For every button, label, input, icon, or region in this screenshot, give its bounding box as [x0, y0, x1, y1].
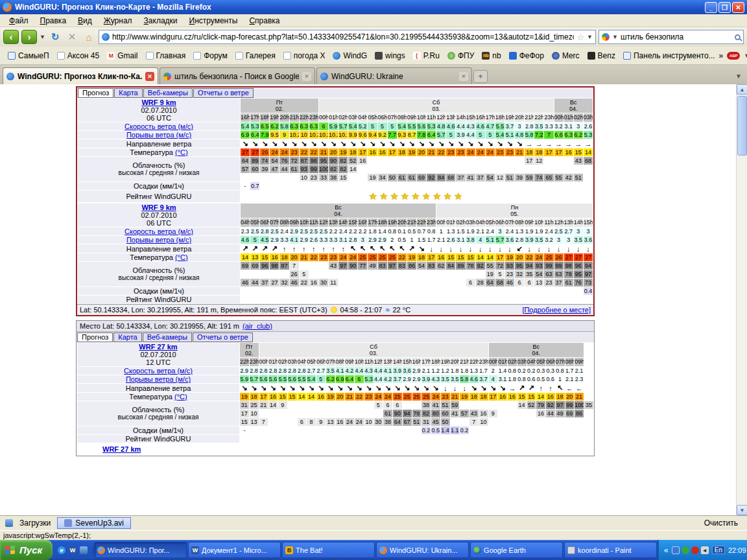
menu-item-Справка[interactable]: Справка — [244, 15, 285, 27]
download-file-name[interactable]: SevenUp3.avi — [75, 519, 124, 528]
browser-tab[interactable]: WindGURU: Ukraine✕ — [316, 67, 472, 84]
bookmark-item[interactable]: ФПУ — [444, 49, 478, 62]
language-indicator[interactable]: En — [712, 546, 725, 554]
tray-expand-icon[interactable]: « — [664, 546, 669, 555]
search-bar[interactable]: ▼ штиль бензопила — [599, 30, 744, 44]
site-tab-Карта[interactable]: Карта — [113, 332, 141, 342]
search-engine-dropdown-icon[interactable]: ▼ — [612, 34, 618, 40]
temperature-unit-link[interactable]: (°C) — [174, 393, 187, 401]
bookmarks-dropdown-icon[interactable]: ▼ — [744, 52, 747, 59]
bookmark-item[interactable]: Форум — [189, 49, 231, 62]
browser-tab[interactable]: WindGURU: Прогноз Клик-по-Ка...✕ — [3, 67, 158, 84]
wind-gusts-link[interactable]: Порывы ветра (м/с) — [126, 375, 191, 383]
clear-downloads-button[interactable]: Очистить — [700, 518, 742, 528]
value-cell — [368, 270, 377, 278]
taskbar-button[interactable]: WindGURU: Ukrain... — [376, 542, 469, 558]
model-link[interactable]: WRF 9 km — [141, 204, 176, 211]
taskbar-button[interactable]: BThe Bat! — [282, 542, 375, 558]
wind-gusts-link[interactable]: Порывы ветра (м/с) — [126, 131, 191, 139]
bookmark-item[interactable]: WindG — [329, 49, 371, 62]
taskbar-button[interactable]: Google Earth — [470, 542, 563, 558]
bookmark-item[interactable]: Benz — [584, 49, 619, 62]
bookmarks-overflow-chevron[interactable]: » — [719, 51, 724, 60]
home-button[interactable]: ⌂ — [82, 30, 96, 44]
model-link[interactable]: WRF 27 km — [139, 343, 177, 351]
bookmark-item[interactable]: ФеФор — [505, 49, 548, 62]
wind-gusts-link[interactable]: Порывы ветра (м/с) — [126, 236, 191, 244]
wind-speed-link[interactable]: Скорость ветра (м/с) — [124, 228, 193, 235]
url-dropdown-icon[interactable]: ▼ — [587, 34, 593, 40]
desktop-icon[interactable] — [80, 546, 88, 554]
site-tab-Отчеты о ветре[interactable]: Отчеты о ветре — [193, 332, 253, 342]
close-button[interactable]: ✕ — [732, 2, 744, 13]
value-cell — [451, 418, 460, 426]
tab-close-icon[interactable]: ✕ — [302, 72, 311, 81]
site-tab-Прогноз[interactable]: Прогноз — [77, 332, 113, 342]
wrf27-model-link[interactable]: WRF 27 km — [102, 445, 141, 453]
bookmark-item[interactable]: Галерея — [231, 49, 279, 62]
bookmark-item[interactable]: Главная — [142, 49, 190, 62]
new-tab-button[interactable]: + — [473, 70, 488, 83]
history-dropdown-icon[interactable]: ▼ — [40, 34, 45, 40]
menu-item-Инструменты[interactable]: Инструменты — [184, 15, 243, 27]
red-icon[interactable] — [691, 546, 699, 554]
bookmark-item[interactable]: wings — [371, 49, 409, 62]
site-tab-Веб-камеры[interactable]: Веб-камеры — [143, 332, 192, 342]
scroll-up-arrow[interactable]: ▲ — [737, 84, 747, 95]
value-cell: 4.7 — [486, 122, 495, 130]
bookmark-star-icon[interactable]: ☆ — [576, 32, 584, 42]
search-icon[interactable] — [735, 34, 741, 40]
scrollbar-thumb[interactable] — [737, 96, 747, 156]
site-tab-Отчеты о ветре[interactable]: Отчеты о ветре — [193, 88, 254, 98]
site-tab-Прогноз[interactable]: Прогноз — [78, 88, 113, 98]
temperature-unit-link[interactable]: (°C) — [175, 253, 188, 261]
ie-icon[interactable]: e — [58, 546, 65, 554]
air-club-link[interactable]: (air_club) — [243, 322, 272, 330]
word-icon[interactable]: W — [69, 546, 77, 554]
tab-list-dropdown-icon[interactable]: ▼ — [733, 70, 744, 83]
menu-item-Закладки[interactable]: Закладки — [139, 15, 183, 27]
vertical-scrollbar[interactable]: ▲ ▼ — [736, 84, 747, 515]
bookmark-item[interactable]: MGmail — [103, 49, 141, 62]
stop-button[interactable]: ✕ — [65, 30, 79, 44]
menu-item-Правка[interactable]: Правка — [35, 15, 72, 27]
back-button[interactable]: ‹ — [3, 30, 19, 44]
model-link[interactable]: WRF 9 km — [141, 99, 176, 106]
restore-button[interactable]: ❐ — [718, 2, 731, 13]
scroll-down-arrow[interactable]: ▼ — [737, 505, 747, 515]
tab-close-icon[interactable]: ✕ — [145, 72, 154, 81]
menu-item-Вид[interactable]: Вид — [73, 15, 97, 27]
wind-speed-link[interactable]: Скорость ветра (м/с) — [124, 122, 193, 130]
taskbar-button[interactable]: WДокумент1 - Micro... — [188, 542, 281, 558]
menu-item-Журнал[interactable]: Журнал — [99, 15, 137, 27]
spot-details-link[interactable]: [Подробнее о месте] — [522, 306, 591, 314]
shield-icon[interactable] — [682, 546, 689, 554]
forward-button[interactable]: › — [21, 30, 37, 44]
menu-item-Файл[interactable]: Файл — [4, 15, 34, 27]
bookmark-item[interactable]: погода X — [279, 49, 329, 62]
bookmark-item[interactable]: (P.Ru — [409, 49, 444, 62]
bookmark-item[interactable]: Панель инструменто... — [619, 49, 719, 62]
minimize-button[interactable]: _ — [705, 2, 717, 13]
bookmark-item[interactable]: Аксон 45 — [53, 49, 104, 62]
url-text[interactable]: http://www.windguru.cz/ru/click-map-fore… — [112, 32, 575, 41]
bookmark-item[interactable]: nbnb — [478, 49, 504, 62]
bookmark-item[interactable]: СамыеП — [4, 49, 53, 62]
site-tab-Веб-камеры[interactable]: Веб-камеры — [143, 88, 193, 98]
site-tab-Карта[interactable]: Карта — [114, 88, 142, 98]
value-cell — [489, 401, 498, 409]
download-item[interactable]: SevenUp3.avi — [57, 517, 131, 529]
volume-icon[interactable]: ◂ — [701, 546, 709, 554]
taskbar-button[interactable]: WindGURU: Прог... — [94, 542, 187, 558]
tab-close-icon[interactable]: ✕ — [459, 72, 468, 81]
browser-tab[interactable]: штиль бензопила - Поиск в Google✕ — [160, 67, 315, 84]
reload-button[interactable]: ↻ — [48, 30, 62, 44]
monitor-icon[interactable] — [672, 546, 680, 554]
temperature-unit-link[interactable]: (°C) — [175, 148, 188, 156]
bookmark-item[interactable]: Merc — [548, 49, 584, 62]
wind-speed-link[interactable]: Скорость ветра (м/с) — [124, 367, 193, 375]
url-bar[interactable]: http://www.windguru.cz/ru/click-map-fore… — [99, 30, 596, 44]
start-button[interactable]: Пуск — [0, 540, 53, 560]
search-input[interactable]: штиль бензопила — [621, 32, 683, 41]
taskbar-button[interactable]: koordinati - Paint — [564, 542, 657, 558]
